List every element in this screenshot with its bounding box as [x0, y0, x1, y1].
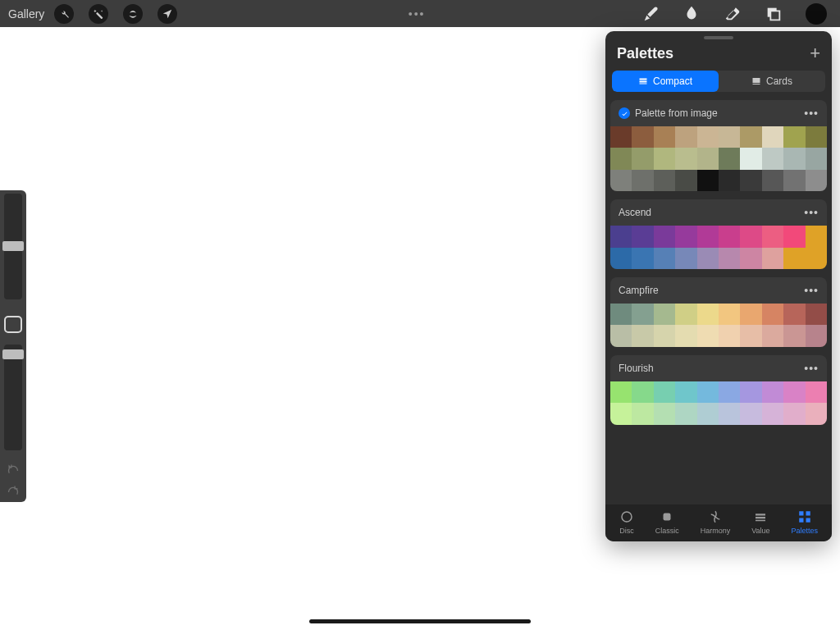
swatch[interactable]	[783, 325, 805, 346]
swatch[interactable]	[806, 170, 827, 191]
tab-disc[interactable]: Disc	[619, 509, 634, 535]
swatch[interactable]	[762, 226, 783, 247]
swatch[interactable]	[740, 304, 761, 325]
swatch[interactable]	[806, 325, 827, 346]
swatch[interactable]	[675, 126, 696, 148]
swatch[interactable]	[719, 304, 740, 325]
swatch[interactable]	[654, 381, 675, 403]
slider-thumb[interactable]	[2, 349, 24, 359]
swatch[interactable]	[654, 226, 675, 247]
swatch[interactable]	[762, 325, 783, 346]
gallery-button[interactable]: Gallery	[8, 7, 44, 21]
swatch[interactable]	[719, 403, 740, 424]
swatch[interactable]	[719, 226, 740, 247]
swatch[interactable]	[697, 304, 719, 325]
swatch[interactable]	[783, 304, 805, 325]
layers-icon[interactable]	[765, 5, 783, 23]
palette-more-button[interactable]: •••	[804, 362, 819, 375]
swatch[interactable]	[806, 248, 827, 269]
swatch[interactable]	[762, 148, 783, 169]
color-button[interactable]	[806, 3, 827, 25]
swatch[interactable]	[632, 126, 653, 148]
undo-icon[interactable]	[6, 463, 21, 477]
swatch[interactable]	[762, 304, 783, 325]
swatch[interactable]	[675, 148, 696, 169]
panel-grabber[interactable]	[704, 36, 733, 39]
swatch[interactable]	[654, 126, 675, 148]
swatch[interactable]	[654, 148, 675, 169]
brush-opacity-slider[interactable]	[4, 345, 22, 450]
swatch[interactable]	[783, 226, 805, 247]
swatch[interactable]	[610, 248, 632, 269]
swatch[interactable]	[762, 248, 783, 269]
tab-palettes[interactable]: Palettes	[791, 509, 818, 535]
swatch[interactable]	[632, 248, 653, 269]
slider-thumb[interactable]	[2, 241, 24, 251]
palette-name[interactable]: Flourish	[619, 363, 654, 374]
brush-size-slider[interactable]	[4, 194, 22, 299]
swatch[interactable]	[697, 226, 719, 247]
swatch[interactable]	[740, 148, 761, 169]
redo-icon[interactable]	[6, 485, 21, 499]
swatch[interactable]	[783, 403, 805, 424]
transform-button[interactable]	[158, 4, 177, 24]
modify-button[interactable]	[4, 316, 22, 333]
swatch[interactable]	[675, 325, 696, 346]
swatch[interactable]	[740, 126, 761, 148]
swatch[interactable]	[740, 248, 761, 269]
swatch[interactable]	[610, 403, 632, 424]
palette-name[interactable]: Ascend	[619, 207, 651, 218]
swatch[interactable]	[697, 403, 719, 424]
swatch[interactable]	[632, 226, 653, 247]
swatch[interactable]	[719, 126, 740, 148]
swatch[interactable]	[762, 126, 783, 148]
swatch[interactable]	[632, 403, 653, 424]
swatch[interactable]	[783, 381, 805, 403]
swatch[interactable]	[654, 304, 675, 325]
swatch[interactable]	[610, 126, 632, 148]
swatch[interactable]	[610, 226, 632, 247]
more-icon[interactable]: •••	[409, 7, 426, 21]
swatch[interactable]	[740, 403, 761, 424]
swatch[interactable]	[675, 304, 696, 325]
swatch[interactable]	[806, 126, 827, 148]
tab-harmony[interactable]: Harmony	[701, 509, 731, 535]
seg-compact[interactable]: Compact	[612, 71, 719, 92]
swatch[interactable]	[654, 325, 675, 346]
swatch[interactable]	[719, 325, 740, 346]
swatch[interactable]	[697, 325, 719, 346]
swatch[interactable]	[806, 226, 827, 247]
swatch[interactable]	[806, 403, 827, 424]
swatch[interactable]	[806, 148, 827, 169]
actions-button[interactable]	[54, 4, 74, 24]
swatch[interactable]	[719, 381, 740, 403]
swatch[interactable]	[762, 170, 783, 191]
swatch[interactable]	[654, 248, 675, 269]
selection-button[interactable]	[123, 4, 143, 24]
swatch[interactable]	[610, 148, 632, 169]
swatch[interactable]	[740, 170, 761, 191]
swatch[interactable]	[783, 248, 805, 269]
swatch[interactable]	[675, 248, 696, 269]
swatch[interactable]	[697, 248, 719, 269]
swatch[interactable]	[719, 170, 740, 191]
swatch[interactable]	[675, 226, 696, 247]
palette-more-button[interactable]: •••	[804, 107, 819, 120]
swatch[interactable]	[632, 325, 653, 346]
tab-value[interactable]: Value	[751, 509, 769, 535]
swatch[interactable]	[654, 170, 675, 191]
tab-classic[interactable]: Classic	[655, 509, 679, 535]
swatch[interactable]	[632, 381, 653, 403]
swatch[interactable]	[632, 304, 653, 325]
eraser-icon[interactable]	[724, 5, 742, 23]
swatch[interactable]	[806, 304, 827, 325]
seg-cards[interactable]: Cards	[719, 71, 825, 92]
swatch[interactable]	[610, 325, 632, 346]
swatch[interactable]	[675, 403, 696, 424]
palette-name[interactable]: Campfire	[619, 285, 659, 296]
swatch[interactable]	[719, 148, 740, 169]
swatch[interactable]	[783, 170, 805, 191]
smudge-icon[interactable]	[682, 5, 701, 23]
swatch[interactable]	[697, 148, 719, 169]
swatch[interactable]	[740, 226, 761, 247]
